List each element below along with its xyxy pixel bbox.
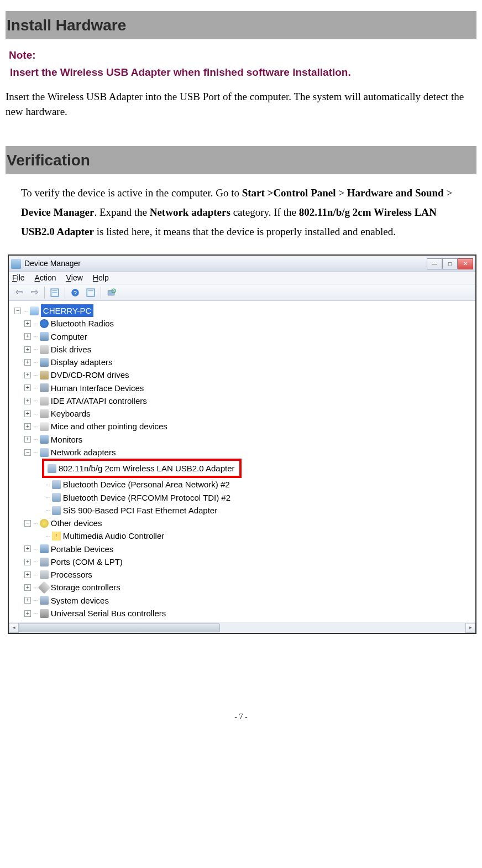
expander-icon[interactable]: + [24,359,31,366]
verify-text-i: category. If the [230,206,299,218]
leaf-label: SiS 900-Based PCI Fast Ethernet Adapter [63,504,217,517]
para-verification: To verify the device is active in the co… [21,183,471,241]
tree-node[interactable]: +···Processors [24,568,475,581]
expander-icon[interactable]: + [24,398,31,404]
tree-node[interactable]: +···Monitors [24,433,475,446]
tree-node[interactable]: +···Disk drives [24,343,475,356]
node-label: Network adapters [51,446,116,459]
tree-leaf[interactable]: ···SiS 900-Based PCI Fast Ethernet Adapt… [45,504,475,517]
expander-icon[interactable]: − [14,308,21,314]
expander-icon[interactable]: + [24,410,31,417]
disk-icon [40,345,49,354]
refresh-icon[interactable] [104,286,118,299]
menu-view[interactable]: View [66,273,83,284]
toolbar-separator [101,287,101,299]
scan-icon[interactable] [84,286,97,299]
maximize-button[interactable]: □ [442,258,458,269]
tree-node-other-devices[interactable]: −···Other devices [24,517,475,529]
node-label: Keyboards [51,407,91,420]
menu-action[interactable]: Action [35,273,56,284]
computer-category-icon [40,332,49,341]
tree-node[interactable]: +···Mice and other pointing devices [24,420,475,433]
tree-node[interactable]: +···Display adapters [24,356,475,368]
node-label: DVD/CD-ROM drives [51,368,129,381]
menu-file[interactable]: File [12,273,25,284]
note-label: Note: [9,48,476,63]
toolbar-separator [65,287,65,299]
expander-icon[interactable]: − [24,520,31,527]
tree-leaf[interactable]: ···Bluetooth Device (RFCOMM Protocol TDI… [45,491,475,504]
verify-path-dm: Device Manager [21,206,94,218]
node-label: Computer [51,330,87,343]
leaf-label: Multimedia Audio Controller [63,529,164,542]
heading-verification: Verification [6,146,476,174]
tree-node[interactable]: +···Bluetooth Radios [24,317,475,330]
expander-icon[interactable]: + [24,384,31,391]
monitor-icon [40,435,49,444]
toolbar-separator [44,287,45,299]
app-icon [11,259,21,269]
properties-icon[interactable] [48,286,61,299]
tree-leaf[interactable]: ···Bluetooth Device (Personal Area Netwo… [45,478,475,491]
expander-icon[interactable]: + [24,320,31,327]
network-icon [40,448,49,457]
tree-node[interactable]: +···Ports (COM & LPT) [24,555,475,568]
verify-sep2: > [444,187,452,199]
node-label: Other devices [51,517,102,529]
ports-icon [40,558,49,566]
tree-node[interactable]: +···Portable Devices [24,543,475,555]
para-install-instruction: Insert the Wireless USB Adapter into the… [6,90,476,119]
keyboard-icon [40,409,49,418]
expander-icon[interactable]: + [24,559,31,565]
expander-icon[interactable]: + [24,436,31,443]
other-devices-icon [40,519,49,528]
expander-icon[interactable]: + [24,545,31,552]
menubar: File Action View Help [9,272,475,284]
tree-node[interactable]: +···System devices [24,594,475,607]
expander-icon[interactable]: + [24,333,31,340]
verify-sep1: > [336,187,347,199]
tree-leaf-highlighted[interactable]: 802.11n/b/g 2cm Wireless LAN USB2.0 Adap… [14,459,475,478]
forward-button[interactable]: ⇨ [28,286,41,299]
expander-icon[interactable]: + [24,610,31,617]
minimize-button[interactable]: — [427,258,442,269]
dvd-icon [40,371,49,380]
node-label: Portable Devices [51,543,113,555]
tree-node[interactable]: +···Human Interface Devices [24,382,475,394]
scroll-track[interactable] [19,623,465,633]
ide-icon [40,397,49,406]
back-button[interactable]: ⇦ [12,286,25,299]
tree-leaf[interactable]: ···!Multimedia Audio Controller [45,529,475,542]
verify-path-hs: Hardware and Sound [347,187,444,199]
close-button[interactable]: ✕ [458,258,473,269]
expander-icon[interactable]: + [24,571,31,578]
expander-icon[interactable]: + [24,597,31,604]
page-number: - 7 - [6,711,476,723]
tree-root[interactable]: −··· CHERRY-PC [14,304,475,317]
scroll-left-button[interactable]: ◂ [9,623,19,633]
window-buttons: — □ ✕ [427,258,473,269]
scroll-right-button[interactable]: ▸ [465,623,475,633]
tree-node[interactable]: +···DVD/CD-ROM drives [24,368,475,381]
help-icon[interactable]: ? [69,286,82,299]
node-label: Bluetooth Radios [51,317,114,330]
scroll-thumb[interactable] [19,623,220,632]
menu-help[interactable]: Help [93,273,109,284]
tree-node[interactable]: +···Storage controllers [24,581,475,594]
tree-node[interactable]: +···Keyboards [24,407,475,420]
verify-text-a: To verify the device is active in the co… [21,187,242,199]
tree-node[interactable]: +···IDE ATA/ATAPI controllers [24,394,475,407]
tree-node[interactable]: +···Computer [24,330,475,343]
expander-icon[interactable]: + [24,372,31,378]
expander-icon[interactable]: + [24,423,31,430]
expander-icon[interactable]: − [24,449,31,456]
expander-icon[interactable]: + [24,346,31,353]
expander-icon[interactable]: + [24,584,31,591]
tree-node[interactable]: +···Universal Serial Bus controllers [24,607,475,620]
tree-node-network-adapters[interactable]: −···Network adapters [24,446,475,459]
verify-text-k: is listed here, it means that the device… [94,226,396,237]
horizontal-scrollbar[interactable]: ◂ ▸ [9,622,475,633]
node-label: Disk drives [51,343,91,356]
device-manager-window: Device Manager — □ ✕ File Action View He… [8,254,476,634]
titlebar[interactable]: Device Manager — □ ✕ [9,256,475,272]
